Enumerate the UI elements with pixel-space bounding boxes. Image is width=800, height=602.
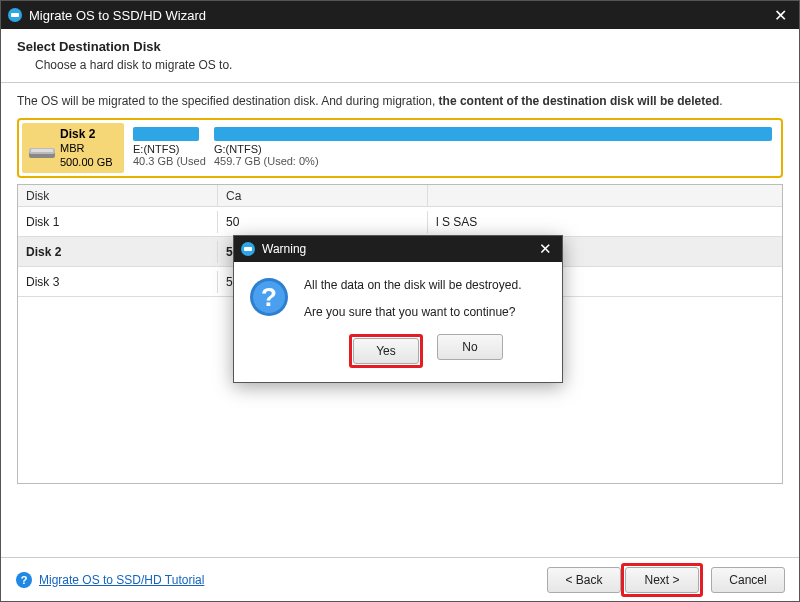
yes-button[interactable]: Yes [353, 338, 419, 364]
row-disk: Disk 3 [18, 271, 218, 293]
page-title: Select Destination Disk [17, 39, 783, 54]
partition-e[interactable]: E:(NTFS) 40.3 GB (Used [127, 123, 205, 174]
help-icon[interactable]: ? [15, 571, 33, 589]
yes-highlight: Yes [349, 334, 423, 368]
partition-g-sub: 459.7 GB (Used: 0%) [214, 155, 772, 167]
disk-drive-icon [28, 145, 56, 161]
no-button[interactable]: No [437, 334, 503, 360]
disk-scheme: MBR [60, 142, 113, 156]
tutorial-link-area: ? Migrate OS to SSD/HD Tutorial [15, 571, 204, 589]
dialog-line2: Are you sure that you want to continue? [304, 303, 521, 322]
dialog-title: Warning [262, 242, 535, 256]
question-icon: ? [248, 276, 290, 318]
wizard-footer: ? Migrate OS to SSD/HD Tutorial < Back N… [1, 557, 799, 601]
disk-size: 500.00 GB [60, 156, 113, 170]
wizard-header: Select Destination Disk Choose a hard di… [1, 29, 799, 83]
dialog-app-icon [240, 241, 256, 257]
window-title: Migrate OS to SSD/HD Wizard [29, 8, 768, 23]
partition-g[interactable]: G:(NTFS) 459.7 GB (Used: 0%) [208, 123, 778, 174]
partition-e-label: E:(NTFS) [133, 143, 199, 156]
warning-dialog: Warning ✕ ? All the data on the disk wil… [233, 235, 563, 383]
next-highlight: Next > [621, 563, 703, 597]
dialog-titlebar: Warning ✕ [234, 236, 562, 262]
dialog-text: All the data on the disk will be destroy… [304, 276, 521, 322]
row-disk: Disk 1 [18, 211, 218, 233]
notice-prefix: The OS will be migrated to the specified… [17, 94, 439, 108]
dialog-line1: All the data on the disk will be destroy… [304, 276, 521, 295]
close-icon[interactable]: ✕ [768, 6, 793, 25]
svg-text:?: ? [261, 282, 277, 312]
notice-suffix: . [719, 94, 722, 108]
dialog-close-icon[interactable]: ✕ [535, 240, 556, 258]
page-subtitle: Choose a hard disk to migrate OS to. [35, 58, 783, 72]
partition-g-label: G:(NTFS) [214, 143, 772, 156]
svg-rect-8 [244, 247, 252, 251]
disk-name: Disk 2 [60, 127, 113, 142]
table-header: Disk Ca [18, 185, 782, 207]
notice-bold: the content of the destination disk will… [439, 94, 720, 108]
row-cap: 50 [218, 211, 428, 233]
tutorial-link[interactable]: Migrate OS to SSD/HD Tutorial [39, 573, 204, 587]
partition-e-sub: 40.3 GB (Used [133, 155, 199, 167]
col-header-capacity[interactable]: Ca [218, 185, 428, 207]
cancel-button[interactable]: Cancel [711, 567, 785, 593]
col-header-disk[interactable]: Disk [18, 185, 218, 207]
selected-disk-panel[interactable]: Disk 2 MBR 500.00 GB E:(NTFS) 40.3 GB (U… [17, 118, 783, 179]
svg-text:?: ? [21, 574, 28, 586]
svg-rect-1 [11, 13, 19, 17]
svg-rect-4 [31, 149, 53, 152]
disk-info-block: Disk 2 MBR 500.00 GB [22, 123, 124, 174]
app-icon [7, 7, 23, 23]
row-disk: Disk 2 [18, 241, 218, 263]
col-header-type[interactable] [428, 192, 782, 200]
next-button[interactable]: Next > [625, 567, 699, 593]
row-type: l S SAS [428, 211, 782, 233]
table-row[interactable]: Disk 1 50 l S SAS [18, 207, 782, 237]
window-titlebar: Migrate OS to SSD/HD Wizard ✕ [1, 1, 799, 29]
migration-notice: The OS will be migrated to the specified… [17, 93, 783, 110]
back-button[interactable]: < Back [547, 567, 621, 593]
